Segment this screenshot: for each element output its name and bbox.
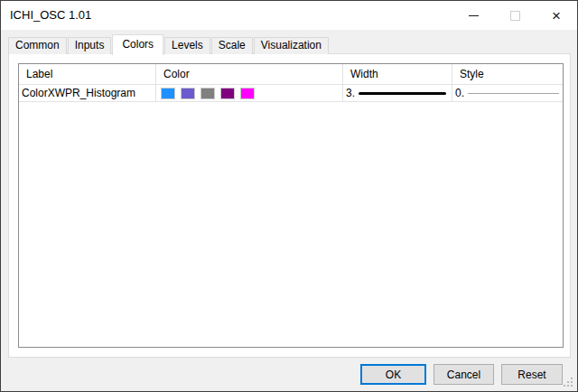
style-value: 0. (455, 87, 464, 99)
maximize-icon (510, 11, 520, 21)
tab-scale[interactable]: Scale (211, 37, 253, 54)
table-row[interactable]: ColorXWPR_Histogram 3. 0. (19, 85, 563, 102)
row-width-cell[interactable]: 3. (343, 85, 452, 102)
tab-visualization[interactable]: Visualization (254, 37, 329, 54)
reset-button[interactable]: Reset (501, 364, 563, 385)
column-header-style: Style (452, 64, 563, 85)
minimize-icon (469, 15, 479, 16)
title-bar[interactable]: ICHI_OSC 1.01 × (1, 1, 577, 30)
row-label: ColorXWPR_Histogram (19, 85, 156, 102)
row-color-swatches[interactable] (156, 85, 343, 102)
window-title: ICHI_OSC 1.01 (10, 1, 91, 30)
width-value: 3. (346, 87, 355, 99)
tab-colors[interactable]: Colors (112, 34, 163, 55)
window-controls: × (452, 1, 577, 30)
color-swatch-5[interactable] (240, 88, 255, 99)
colors-tab-page: Label Color Width Style ColorXWPR_Histog… (8, 53, 571, 358)
close-button[interactable]: × (536, 1, 577, 30)
close-icon: × (552, 8, 561, 23)
color-swatch-4[interactable] (220, 88, 235, 99)
ok-button[interactable]: OK (360, 364, 426, 385)
maximize-button[interactable] (494, 1, 536, 30)
style-line-preview (468, 93, 559, 94)
colors-table: Label Color Width Style ColorXWPR_Histog… (18, 63, 564, 348)
color-swatch-3[interactable] (200, 88, 215, 99)
resize-grip-icon[interactable] (564, 378, 573, 387)
table-header-row: Label Color Width Style (19, 64, 563, 85)
indicator-properties-dialog: ICHI_OSC 1.01 × Common Inputs Colors Lev… (0, 0, 578, 392)
tab-inputs[interactable]: Inputs (68, 37, 112, 54)
color-swatch-2[interactable] (181, 88, 195, 99)
minimize-button[interactable] (452, 1, 494, 30)
tab-strip: Common Inputs Colors Levels Scale Visual… (8, 33, 330, 54)
color-swatch-1[interactable] (161, 88, 175, 99)
width-line-preview (359, 92, 446, 95)
cancel-button[interactable]: Cancel (434, 364, 494, 385)
column-header-label: Label (19, 64, 156, 85)
tab-levels[interactable]: Levels (164, 37, 210, 54)
column-header-width: Width (343, 64, 452, 85)
dialog-buttons: OK Cancel Reset (360, 364, 563, 385)
column-header-color: Color (156, 64, 343, 85)
tab-common[interactable]: Common (8, 37, 67, 54)
row-style-cell[interactable]: 0. (452, 85, 563, 102)
